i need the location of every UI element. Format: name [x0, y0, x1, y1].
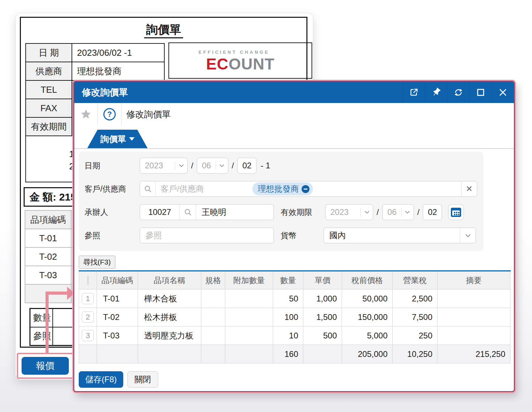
chevron-down-icon: [175, 161, 187, 170]
page-title: 修改詢價單: [122, 103, 171, 126]
manager-field: 10027 王曉明: [140, 204, 274, 220]
doc-tel-label: TEL: [26, 80, 72, 99]
row-number-cell: 2: [79, 308, 97, 326]
date-year-select[interactable]: 2023: [140, 158, 188, 173]
item-code-cell[interactable]: T-01: [97, 289, 138, 308]
modal-title: 修改詢價單: [74, 86, 403, 99]
summary-cell[interactable]: [438, 326, 510, 345]
total-empty-cell: [97, 345, 138, 363]
help-icon[interactable]: ?: [98, 103, 121, 126]
item-name-cell[interactable]: 透明壓克力板: [138, 326, 201, 345]
extra-qty-cell[interactable]: [225, 326, 273, 345]
tab-inquiry[interactable]: 詢價單: [87, 130, 148, 148]
form-row-customer: 客戶/供應商 理想批發商 ✕: [79, 181, 483, 197]
remove-tag-icon[interactable]: [302, 185, 309, 193]
chevron-down-icon: [401, 208, 414, 217]
pin-icon[interactable]: [425, 82, 447, 103]
calendar-icon: [451, 208, 461, 217]
maximize-icon[interactable]: [469, 82, 492, 103]
col-header-extra-qty: 附加數量: [225, 272, 273, 289]
tax-cell[interactable]: 250: [393, 326, 438, 345]
unit-price-cell[interactable]: 1,000: [303, 289, 342, 308]
doc-date-label: 日 期: [26, 43, 72, 62]
items-table-container: 品項編碼 品項名稱 規格 附加數量 數量 單價 稅前價格 營業稅 摘要 1 T-…: [79, 270, 511, 363]
total-empty-cell: [201, 345, 225, 363]
search-icon[interactable]: [179, 205, 196, 220]
table-row: 日 期 2023/06/02 -1: [26, 43, 164, 62]
extra-qty-cell[interactable]: [225, 289, 273, 308]
qty-cell[interactable]: 50: [273, 289, 303, 308]
doc-item-code: T-01: [25, 229, 71, 247]
item-row: 2 T-02 松木拼板 100 1,500 150,000 7,500: [79, 308, 510, 326]
refresh-icon[interactable]: [447, 82, 469, 103]
pretax-cell[interactable]: 150,000: [342, 308, 393, 326]
inquiry-form-panel: 日期 2023 / 06 /: [79, 152, 483, 251]
manager-name-input[interactable]: 王曉明: [196, 207, 226, 218]
row-number-badge[interactable]: 2: [82, 311, 94, 323]
document-title: 詢價單: [21, 22, 306, 38]
item-code-cell[interactable]: T-02: [97, 308, 138, 326]
favorite-star-icon[interactable]: [74, 103, 98, 126]
search-icon[interactable]: [140, 181, 156, 196]
doc-ref-label: 參照: [30, 327, 53, 346]
currency-select[interactable]: 國內: [324, 228, 476, 243]
clear-field-icon[interactable]: ✕: [461, 181, 477, 196]
manager-label: 承辦人: [85, 207, 108, 218]
summary-cell[interactable]: [438, 308, 510, 326]
calendar-button[interactable]: [448, 204, 464, 220]
row-number-badge[interactable]: 1: [82, 293, 94, 304]
reference-input[interactable]: [140, 228, 274, 243]
unit-price-cell[interactable]: 500: [303, 326, 342, 345]
total-qty-cell: 160: [273, 345, 303, 363]
grand-total-cell: 215,250: [438, 345, 510, 363]
close-icon[interactable]: [492, 82, 514, 103]
valid-until-label: 有效期限: [281, 207, 312, 218]
table-row: 供應商 理想批發商: [26, 62, 164, 80]
col-header-item-code: 品項編碼: [97, 272, 138, 289]
summary-cell[interactable]: [438, 289, 510, 308]
total-empty-cell: [225, 345, 273, 363]
date-month-select[interactable]: 06: [197, 158, 228, 173]
find-button[interactable]: 尋找(F3): [79, 256, 115, 269]
item-name-cell[interactable]: 樺木合板: [138, 289, 201, 308]
unit-price-cell[interactable]: 1,500: [303, 308, 342, 326]
quote-button[interactable]: 報價: [22, 357, 69, 375]
form-row-date: 日期 2023 / 06 /: [79, 158, 483, 173]
date-separator: /: [377, 207, 379, 217]
titlebar-icons: [403, 82, 514, 103]
qty-cell[interactable]: 100: [273, 308, 303, 326]
manager-code-input[interactable]: 10027: [140, 207, 179, 217]
open-new-window-icon[interactable]: [403, 82, 425, 103]
row-number-cell: 1: [79, 289, 97, 308]
chevron-down-icon: [360, 208, 373, 217]
doc-itemcode-header: 品項編碼: [25, 210, 71, 229]
valid-month-select[interactable]: 06: [382, 204, 414, 220]
pretax-cell[interactable]: 50,000: [342, 289, 393, 308]
tax-cell[interactable]: 2,500: [393, 289, 438, 308]
row-number-badge[interactable]: 3: [82, 330, 94, 341]
col-header-summary: 摘要: [438, 272, 510, 289]
valid-day-input[interactable]: [423, 204, 442, 220]
reference-label: 參照: [85, 230, 100, 241]
customer-tag[interactable]: 理想批發商: [252, 182, 313, 195]
col-header-qty: 數量: [273, 272, 303, 289]
qty-cell[interactable]: 10: [273, 326, 303, 345]
customer-label: 客戶/供應商: [85, 184, 126, 194]
spec-cell[interactable]: [201, 289, 225, 308]
customer-search-input[interactable]: [156, 184, 238, 194]
spec-cell[interactable]: [201, 326, 225, 345]
valid-year-select[interactable]: 2023: [325, 204, 373, 220]
tax-cell[interactable]: 7,500: [393, 308, 438, 326]
select-all-checkbox[interactable]: [88, 275, 88, 285]
item-name-cell[interactable]: 松木拼板: [138, 308, 201, 326]
extra-qty-cell[interactable]: [225, 308, 273, 326]
spec-cell[interactable]: [201, 308, 225, 326]
item-code-cell[interactable]: T-03: [97, 326, 138, 345]
save-button[interactable]: 儲存(F8): [79, 371, 123, 388]
pretax-cell[interactable]: 5,000: [342, 326, 393, 345]
items-total-row: 160 205,000 10,250 215,250: [79, 345, 510, 363]
date-day-input[interactable]: [237, 158, 256, 173]
close-button[interactable]: 關閉: [127, 371, 158, 388]
customer-field: 理想批發商 ✕: [140, 181, 477, 197]
form-row-reference: 參照 貨幣 國內: [79, 228, 483, 243]
